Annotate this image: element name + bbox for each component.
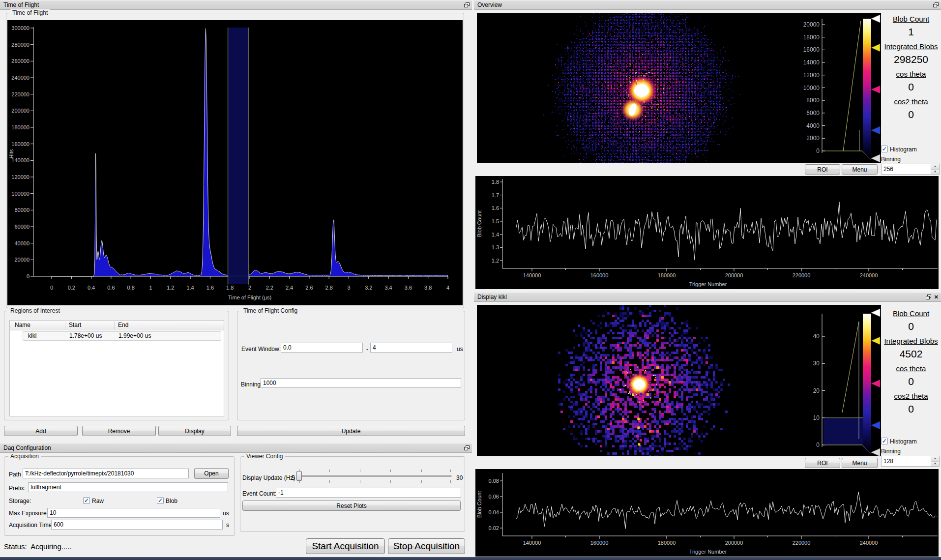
svg-text:240000: 240000 [860,540,878,546]
svg-text:0: 0 [27,273,29,279]
reset-plots-button[interactable]: Reset Plots [242,501,461,511]
svg-text:1: 1 [149,285,152,291]
integrated-blobs-label[interactable]: Integrated Blobs [882,336,941,346]
overview-colorbar[interactable]: 0200040006000800010000120001400016000180… [477,13,881,163]
float-icon[interactable] [933,2,939,8]
svg-text:220000: 220000 [793,272,811,278]
roi-col-start[interactable]: Start [69,321,81,330]
tof-spectrum-plot[interactable]: 0200004000060000800001000001200001400001… [7,20,463,305]
stop-acquisition-button[interactable]: Stop Acquisition [388,538,465,554]
cos-theta-label[interactable]: cos theta [882,363,941,374]
svg-text:Trigger Number: Trigger Number [689,281,727,287]
svg-text:1.2: 1.2 [167,285,174,291]
roi-col-name[interactable]: Name [15,321,30,330]
overview-blobcount-plot[interactable]: 1.21.31.41.51.61.71.81400001600001800002… [475,176,939,289]
svg-text:4000: 4000 [806,122,820,129]
display-button[interactable]: Display [158,426,231,436]
start-acquisition-button[interactable]: Start Acquisition [306,538,385,554]
float-icon[interactable] [926,295,931,300]
svg-text:20: 20 [813,387,820,394]
svg-text:1.6: 1.6 [492,205,499,211]
display-roi-button[interactable]: ROI [805,458,840,468]
raw-checkbox[interactable]: ✓ [83,497,90,504]
svg-text:1.6: 1.6 [206,285,214,291]
integrated-blobs-value: 4502 [882,346,941,363]
svg-text:3.2: 3.2 [365,285,372,291]
daq-dock-title: Daq Configuration [3,444,51,451]
blob-count-value: 1 [882,24,941,41]
float-icon[interactable] [464,445,470,451]
event-window-dash: - [366,346,368,353]
svg-text:1.5: 1.5 [492,218,499,224]
remove-button[interactable]: Remove [82,426,156,436]
spin-up-icon[interactable]: ▲ [931,164,939,170]
blob-checkbox[interactable]: ✓ [157,497,164,504]
svg-text:80000: 80000 [14,207,29,213]
svg-text:0.6: 0.6 [107,285,115,291]
path-input[interactable] [23,469,189,478]
event-count-input[interactable] [276,488,461,498]
event-window-to-input[interactable] [370,343,452,353]
event-window-label: Event Window: [241,346,281,353]
display-colorbar[interactable]: 010203040 [477,305,881,456]
svg-text:200000: 200000 [725,540,743,546]
roi-row-name: klkl [28,332,36,340]
svg-text:300000: 300000 [11,25,29,31]
overview-image-area[interactable]: 0200040006000800010000120001400016000180… [477,13,881,163]
display-update-slider[interactable] [296,469,452,483]
tof-dock-titlebar: Time of Flight [0,0,472,10]
integrated-blobs-label[interactable]: Integrated Blobs [882,41,941,52]
acquisition-group: Acquisition Path Open Prefix: Storage: ✓… [4,456,235,536]
max-exposure-input[interactable] [47,508,220,518]
open-button[interactable]: Open [194,468,229,479]
slider-groove [296,475,452,477]
spin-up-icon[interactable]: ▲ [931,456,939,462]
cos-theta-label[interactable]: cos theta [882,69,941,79]
prefix-input[interactable] [28,482,228,492]
display-image-area[interactable]: 010203040 [477,305,881,456]
float-icon[interactable] [464,2,470,8]
display-stats: Blob Count 0 Integrated Blobs 4502 cos t… [882,308,941,418]
display-menu-button[interactable]: Menu [842,458,878,468]
overview-menu-button[interactable]: Menu [842,164,878,175]
display-histogram-checkbox[interactable]: ✓ [881,438,888,444]
add-button[interactable]: Add [4,426,78,436]
update-button[interactable]: Update [237,426,465,436]
overview-stats: Blob Count 1 Integrated Blobs 298250 cos… [882,14,941,124]
roi-table[interactable]: Name Start End klkl 1.78e+00 us 1.99e+00… [9,320,224,416]
display-dock-titlebar: Display klkl ✕ [474,292,941,302]
cos2-theta-label[interactable]: cos2 theta [882,96,941,107]
spin-down-icon[interactable]: ▼ [931,170,939,175]
overview-binning-spinbox[interactable]: 256 ▲▼ [881,164,940,175]
overview-roi-button[interactable]: ROI [805,164,840,175]
roi-col-end[interactable]: End [118,321,128,330]
close-icon[interactable]: ✕ [934,295,939,300]
acq-time-input[interactable] [51,520,223,530]
blob-count-label[interactable]: Blob Count [882,14,941,24]
svg-text:10000: 10000 [803,85,820,91]
svg-text:200000: 200000 [725,272,743,278]
integrated-blobs-value: 298250 [882,52,941,69]
blob-count-label[interactable]: Blob Count [882,308,941,319]
svg-text:1.7: 1.7 [492,192,499,198]
cos2-theta-label[interactable]: cos2 theta [882,391,941,401]
roi-table-row[interactable]: klkl 1.78e+00 us 1.99e+00 us [23,331,221,341]
spin-down-icon[interactable]: ▼ [931,462,939,467]
display-binning-spinbox[interactable]: 128 ▲▼ [881,456,940,467]
svg-text:16000: 16000 [803,46,820,53]
display-binning-label: Binning [881,448,901,455]
acq-time-unit: s [226,522,229,529]
roi-group: Regions of Interest Name Start End klkl … [4,311,229,420]
slider-handle[interactable] [296,471,302,481]
cos2-theta-value: 0 [882,401,941,418]
svg-text:2000: 2000 [806,135,820,142]
display-blobcount-plot[interactable]: 0.020.040.060.08140000160000180000200000… [475,469,939,557]
overview-histogram-checkbox[interactable]: ✓ [881,146,888,152]
acq-time-label: Acquisition Time: [9,522,54,529]
svg-text:1.8: 1.8 [226,285,234,291]
svg-text:100000: 100000 [11,191,29,197]
blob-label: Blob [166,498,177,504]
svg-text:0: 0 [816,147,820,154]
tof-binning-input[interactable] [261,378,461,388]
event-window-from-input[interactable] [281,343,363,353]
